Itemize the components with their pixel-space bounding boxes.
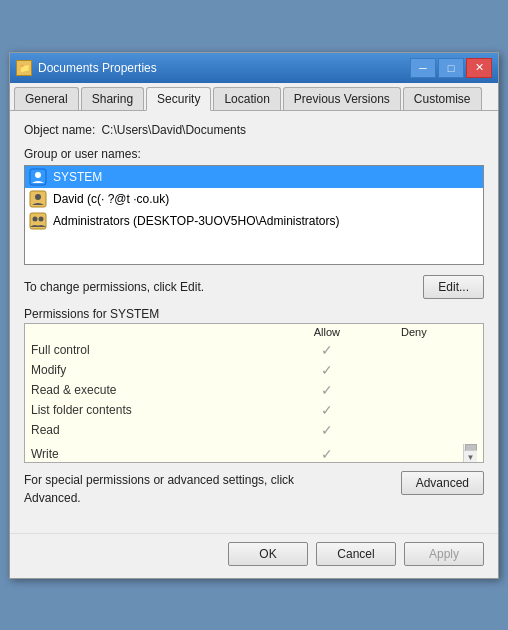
user-icon-system: [29, 168, 47, 186]
table-row: Write ✓ ▼: [25, 440, 483, 463]
user-row-admins[interactable]: Administrators (DESKTOP-3UOV5HO\Administ…: [25, 210, 483, 232]
perm-allow-full-control: ✓: [283, 340, 371, 360]
perm-col-name: [25, 324, 283, 340]
permissions-header: Permissions for SYSTEM: [24, 307, 484, 321]
perm-scroll-1: [457, 340, 483, 360]
user-name-admins: Administrators (DESKTOP-3UOV5HO\Administ…: [53, 214, 340, 228]
table-row: Read & execute ✓: [25, 380, 483, 400]
perm-col-allow: Allow: [283, 324, 371, 340]
bottom-buttons: OK Cancel Apply: [10, 533, 498, 578]
table-row: List folder contents ✓: [25, 400, 483, 420]
svg-point-5: [33, 216, 38, 221]
advanced-row: For special permissions or advanced sett…: [24, 471, 484, 507]
object-name-value: C:\Users\David\Documents: [101, 123, 246, 137]
table-row: Read ✓: [25, 420, 483, 440]
perm-allow-modify: ✓: [283, 360, 371, 380]
perm-name-read-execute: Read & execute: [25, 380, 283, 400]
advanced-button[interactable]: Advanced: [401, 471, 484, 495]
perm-deny-read: [371, 420, 457, 440]
tab-content: Object name: C:\Users\David\Documents Gr…: [10, 111, 498, 533]
perm-scroll-4: [457, 400, 483, 420]
edit-button[interactable]: Edit...: [423, 275, 484, 299]
advanced-text: For special permissions or advanced sett…: [24, 471, 324, 507]
tab-bar: General Sharing Security Location Previo…: [10, 83, 498, 111]
object-name-row: Object name: C:\Users\David\Documents: [24, 123, 484, 137]
tab-previous-versions[interactable]: Previous Versions: [283, 87, 401, 110]
user-name-david: David (c(· ?@t ·co.uk): [53, 192, 169, 206]
perm-name-write: Write: [25, 440, 283, 463]
tab-security[interactable]: Security: [146, 87, 211, 111]
table-row: Modify ✓: [25, 360, 483, 380]
close-button[interactable]: ✕: [466, 58, 492, 78]
perm-deny-modify: [371, 360, 457, 380]
apply-button[interactable]: Apply: [404, 542, 484, 566]
change-permissions-row: To change permissions, click Edit. Edit.…: [24, 275, 484, 299]
title-buttons: ─ □ ✕: [410, 58, 492, 78]
dialog-title: Documents Properties: [38, 61, 157, 75]
restore-button[interactable]: □: [438, 58, 464, 78]
tab-location[interactable]: Location: [213, 87, 280, 110]
perm-name-list-folder: List folder contents: [25, 400, 283, 420]
permissions-section: Permissions for SYSTEM Allow Deny Full c: [24, 307, 484, 463]
perm-allow-list-folder: ✓: [283, 400, 371, 420]
perm-deny-write: [371, 440, 457, 463]
title-bar-left: 📁 Documents Properties: [16, 60, 157, 76]
permissions-table-wrap: Allow Deny Full control ✓: [24, 323, 484, 463]
perm-scroll-2: [457, 360, 483, 380]
user-icon-admins: [29, 212, 47, 230]
perm-allow-read-execute: ✓: [283, 380, 371, 400]
permissions-table: Allow Deny Full control ✓: [25, 324, 483, 463]
user-row-david[interactable]: David (c(· ?@t ·co.uk): [25, 188, 483, 210]
title-bar: 📁 Documents Properties ─ □ ✕: [10, 53, 498, 83]
perm-col-scroll: [457, 324, 483, 340]
svg-point-6: [39, 216, 44, 221]
tab-general[interactable]: General: [14, 87, 79, 110]
perm-scroll-6: ▼: [457, 440, 483, 463]
perm-deny-list-folder: [371, 400, 457, 420]
group-section-label: Group or user names:: [24, 147, 484, 161]
cancel-button[interactable]: Cancel: [316, 542, 396, 566]
dialog-window: 📁 Documents Properties ─ □ ✕ General Sha…: [9, 52, 499, 579]
user-name-system: SYSTEM: [53, 170, 102, 184]
perm-name-read: Read: [25, 420, 283, 440]
tab-customise[interactable]: Customise: [403, 87, 482, 110]
minimize-button[interactable]: ─: [410, 58, 436, 78]
table-row: Full control ✓: [25, 340, 483, 360]
perm-deny-full-control: [371, 340, 457, 360]
perm-allow-read: ✓: [283, 420, 371, 440]
user-icon-david: [29, 190, 47, 208]
perm-name-modify: Modify: [25, 360, 283, 380]
perm-scroll-5: [457, 420, 483, 440]
change-permissions-text: To change permissions, click Edit.: [24, 280, 204, 294]
folder-icon: 📁: [16, 60, 32, 76]
svg-point-3: [35, 194, 41, 200]
object-name-label: Object name:: [24, 123, 95, 137]
perm-allow-write: ✓: [283, 440, 371, 463]
perm-col-deny: Deny: [371, 324, 457, 340]
ok-button[interactable]: OK: [228, 542, 308, 566]
perm-deny-read-execute: [371, 380, 457, 400]
user-row-system[interactable]: SYSTEM: [25, 166, 483, 188]
user-list[interactable]: SYSTEM David (c(· ?@t ·co.uk): [24, 165, 484, 265]
svg-point-1: [35, 172, 41, 178]
perm-scroll-3: [457, 380, 483, 400]
perm-name-full-control: Full control: [25, 340, 283, 360]
tab-sharing[interactable]: Sharing: [81, 87, 144, 110]
